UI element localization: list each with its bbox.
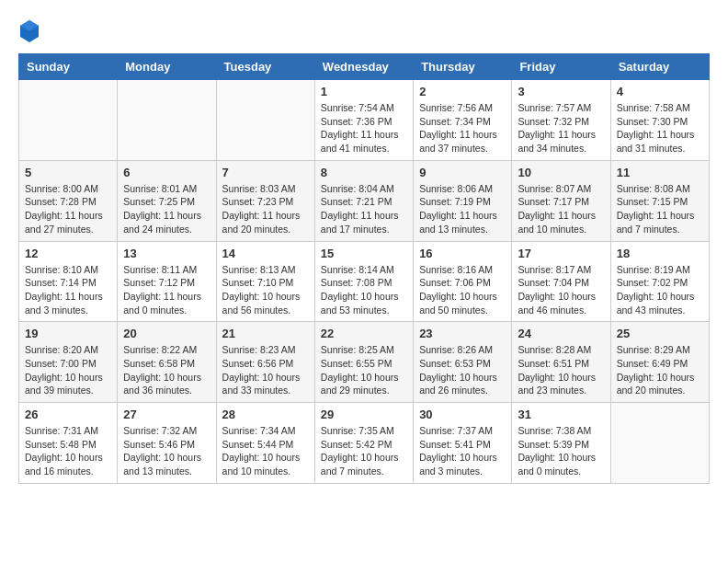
logo-icon (18, 18, 40, 44)
weekday-header-row: SundayMondayTuesdayWednesdayThursdayFrid… (19, 54, 710, 80)
calendar-day-cell: 16Sunrise: 8:16 AM Sunset: 7:06 PM Dayli… (414, 241, 512, 322)
day-number: 12 (25, 247, 111, 260)
calendar-day-cell: 5Sunrise: 8:00 AM Sunset: 7:28 PM Daylig… (19, 160, 118, 241)
day-info: Sunrise: 8:03 AM Sunset: 7:23 PM Dayligh… (222, 182, 309, 236)
calendar-week-row: 12Sunrise: 8:10 AM Sunset: 7:14 PM Dayli… (19, 241, 710, 322)
day-number: 2 (419, 85, 506, 98)
calendar-day-cell (19, 80, 118, 161)
calendar-week-row: 5Sunrise: 8:00 AM Sunset: 7:28 PM Daylig… (19, 160, 710, 241)
day-info: Sunrise: 7:37 AM Sunset: 5:41 PM Dayligh… (419, 424, 506, 478)
day-number: 23 (419, 327, 506, 340)
calendar-day-cell: 8Sunrise: 8:04 AM Sunset: 7:21 PM Daylig… (314, 160, 413, 241)
calendar-day-cell: 14Sunrise: 8:13 AM Sunset: 7:10 PM Dayli… (216, 241, 314, 322)
calendar-day-cell (216, 80, 314, 161)
day-info: Sunrise: 8:17 AM Sunset: 7:04 PM Dayligh… (518, 263, 604, 317)
day-number: 1 (321, 85, 407, 98)
day-info: Sunrise: 8:20 AM Sunset: 7:00 PM Dayligh… (25, 343, 111, 397)
weekday-header-monday: Monday (118, 54, 216, 80)
calendar-day-cell: 13Sunrise: 8:11 AM Sunset: 7:12 PM Dayli… (118, 241, 216, 322)
day-info: Sunrise: 8:11 AM Sunset: 7:12 PM Dayligh… (123, 263, 210, 317)
day-info: Sunrise: 8:16 AM Sunset: 7:06 PM Dayligh… (419, 263, 506, 317)
day-number: 31 (518, 408, 604, 421)
calendar-week-row: 1Sunrise: 7:54 AM Sunset: 7:36 PM Daylig… (19, 80, 710, 161)
day-info: Sunrise: 7:56 AM Sunset: 7:34 PM Dayligh… (419, 101, 506, 155)
calendar-day-cell: 18Sunrise: 8:19 AM Sunset: 7:02 PM Dayli… (610, 241, 709, 322)
calendar-day-cell: 30Sunrise: 7:37 AM Sunset: 5:41 PM Dayli… (414, 403, 512, 484)
weekday-header-saturday: Saturday (610, 54, 709, 80)
calendar-day-cell: 15Sunrise: 8:14 AM Sunset: 7:08 PM Dayli… (314, 241, 413, 322)
day-number: 20 (123, 327, 210, 340)
day-number: 4 (617, 85, 703, 98)
day-info: Sunrise: 8:13 AM Sunset: 7:10 PM Dayligh… (222, 263, 309, 317)
calendar-day-cell: 12Sunrise: 8:10 AM Sunset: 7:14 PM Dayli… (19, 241, 118, 322)
day-info: Sunrise: 8:29 AM Sunset: 6:49 PM Dayligh… (617, 343, 703, 397)
calendar-day-cell: 11Sunrise: 8:08 AM Sunset: 7:15 PM Dayli… (610, 160, 709, 241)
day-info: Sunrise: 8:01 AM Sunset: 7:25 PM Dayligh… (123, 182, 210, 236)
weekday-header-tuesday: Tuesday (216, 54, 314, 80)
day-info: Sunrise: 7:58 AM Sunset: 7:30 PM Dayligh… (617, 101, 703, 155)
day-number: 29 (321, 408, 407, 421)
day-info: Sunrise: 7:34 AM Sunset: 5:44 PM Dayligh… (222, 424, 309, 478)
day-number: 28 (222, 408, 309, 421)
day-number: 3 (518, 85, 604, 98)
calendar-day-cell: 1Sunrise: 7:54 AM Sunset: 7:36 PM Daylig… (314, 80, 413, 161)
day-info: Sunrise: 8:04 AM Sunset: 7:21 PM Dayligh… (321, 182, 407, 236)
day-info: Sunrise: 8:28 AM Sunset: 6:51 PM Dayligh… (518, 343, 604, 397)
calendar-day-cell: 7Sunrise: 8:03 AM Sunset: 7:23 PM Daylig… (216, 160, 314, 241)
weekday-header-sunday: Sunday (19, 54, 118, 80)
day-info: Sunrise: 7:38 AM Sunset: 5:39 PM Dayligh… (518, 424, 604, 478)
weekday-header-thursday: Thursday (414, 54, 512, 80)
day-number: 30 (419, 408, 506, 421)
calendar-day-cell: 25Sunrise: 8:29 AM Sunset: 6:49 PM Dayli… (610, 322, 709, 403)
page-header (18, 18, 710, 44)
day-number: 5 (25, 166, 111, 179)
day-number: 18 (617, 247, 703, 260)
day-number: 11 (617, 166, 703, 179)
day-info: Sunrise: 8:00 AM Sunset: 7:28 PM Dayligh… (25, 182, 111, 236)
day-number: 24 (518, 327, 604, 340)
calendar-day-cell: 23Sunrise: 8:26 AM Sunset: 6:53 PM Dayli… (414, 322, 512, 403)
day-info: Sunrise: 7:57 AM Sunset: 7:32 PM Dayligh… (518, 101, 604, 155)
calendar-table: SundayMondayTuesdayWednesdayThursdayFrid… (18, 53, 710, 484)
day-info: Sunrise: 8:10 AM Sunset: 7:14 PM Dayligh… (25, 263, 111, 317)
day-number: 7 (222, 166, 309, 179)
calendar-week-row: 19Sunrise: 8:20 AM Sunset: 7:00 PM Dayli… (19, 322, 710, 403)
calendar-day-cell: 22Sunrise: 8:25 AM Sunset: 6:55 PM Dayli… (314, 322, 413, 403)
calendar-day-cell: 4Sunrise: 7:58 AM Sunset: 7:30 PM Daylig… (610, 80, 709, 161)
day-number: 9 (419, 166, 506, 179)
day-info: Sunrise: 7:54 AM Sunset: 7:36 PM Dayligh… (321, 101, 407, 155)
calendar-day-cell: 24Sunrise: 8:28 AM Sunset: 6:51 PM Dayli… (512, 322, 610, 403)
day-number: 17 (518, 247, 604, 260)
calendar-day-cell: 21Sunrise: 8:23 AM Sunset: 6:56 PM Dayli… (216, 322, 314, 403)
day-number: 19 (25, 327, 111, 340)
day-number: 6 (123, 166, 210, 179)
day-info: Sunrise: 7:32 AM Sunset: 5:46 PM Dayligh… (123, 424, 210, 478)
day-info: Sunrise: 7:35 AM Sunset: 5:42 PM Dayligh… (321, 424, 407, 478)
day-info: Sunrise: 8:14 AM Sunset: 7:08 PM Dayligh… (321, 263, 407, 317)
day-info: Sunrise: 8:25 AM Sunset: 6:55 PM Dayligh… (321, 343, 407, 397)
day-info: Sunrise: 7:31 AM Sunset: 5:48 PM Dayligh… (25, 424, 111, 478)
calendar-day-cell: 10Sunrise: 8:07 AM Sunset: 7:17 PM Dayli… (512, 160, 610, 241)
day-info: Sunrise: 8:26 AM Sunset: 6:53 PM Dayligh… (419, 343, 506, 397)
day-number: 14 (222, 247, 309, 260)
day-number: 13 (123, 247, 210, 260)
calendar-week-row: 26Sunrise: 7:31 AM Sunset: 5:48 PM Dayli… (19, 403, 710, 484)
day-number: 10 (518, 166, 604, 179)
calendar-day-cell: 26Sunrise: 7:31 AM Sunset: 5:48 PM Dayli… (19, 403, 118, 484)
day-info: Sunrise: 8:08 AM Sunset: 7:15 PM Dayligh… (617, 182, 703, 236)
day-number: 15 (321, 247, 407, 260)
calendar-day-cell: 19Sunrise: 8:20 AM Sunset: 7:00 PM Dayli… (19, 322, 118, 403)
day-number: 26 (25, 408, 111, 421)
calendar-day-cell: 17Sunrise: 8:17 AM Sunset: 7:04 PM Dayli… (512, 241, 610, 322)
weekday-header-friday: Friday (512, 54, 610, 80)
day-number: 16 (419, 247, 506, 260)
day-info: Sunrise: 8:06 AM Sunset: 7:19 PM Dayligh… (419, 182, 506, 236)
day-info: Sunrise: 8:22 AM Sunset: 6:58 PM Dayligh… (123, 343, 210, 397)
day-number: 8 (321, 166, 407, 179)
calendar-day-cell: 2Sunrise: 7:56 AM Sunset: 7:34 PM Daylig… (414, 80, 512, 161)
calendar-day-cell: 20Sunrise: 8:22 AM Sunset: 6:58 PM Dayli… (118, 322, 216, 403)
calendar-day-cell: 9Sunrise: 8:06 AM Sunset: 7:19 PM Daylig… (414, 160, 512, 241)
day-info: Sunrise: 8:23 AM Sunset: 6:56 PM Dayligh… (222, 343, 309, 397)
weekday-header-wednesday: Wednesday (314, 54, 413, 80)
calendar-day-cell (610, 403, 709, 484)
